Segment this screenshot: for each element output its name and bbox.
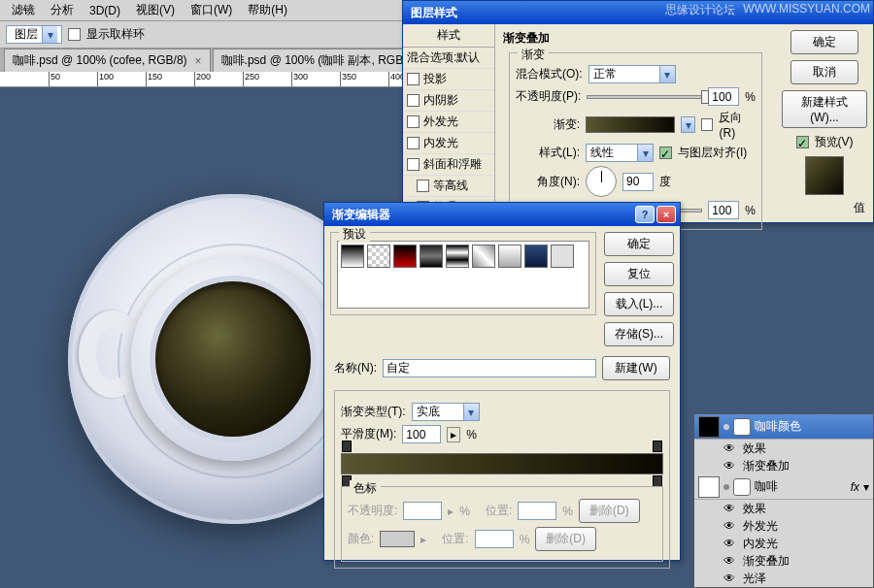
layer-target-select[interactable]: 图层 ▾ xyxy=(6,25,62,44)
layer-label: 咖啡颜色 xyxy=(755,418,801,435)
show-sample-checkbox[interactable] xyxy=(68,28,81,41)
presets-label: 预设 xyxy=(339,226,370,243)
layer-inner-glow[interactable]: 👁内发光 xyxy=(694,535,873,552)
layer-effects2[interactable]: 👁效果 xyxy=(694,500,873,517)
stepper-icon[interactable]: ▸ xyxy=(447,427,460,442)
menu-window[interactable]: 窗口(W) xyxy=(183,0,240,20)
menu-help[interactable]: 帮助(H) xyxy=(240,0,295,20)
color-swatch xyxy=(380,531,415,547)
layer-satin[interactable]: 👁光泽 xyxy=(694,570,873,587)
preset-swatch[interactable] xyxy=(498,245,521,268)
sidebar-inner-shadow[interactable]: 内阴影 xyxy=(403,90,494,112)
align-checkbox[interactable]: ✓ xyxy=(659,147,672,159)
preset-swatch[interactable] xyxy=(524,245,548,268)
mask-thumb xyxy=(733,418,751,436)
type-label: 渐变类型(T): xyxy=(341,404,406,420)
sidebar-inner-glow[interactable]: 内发光 xyxy=(403,133,494,154)
layer-grad-overlay[interactable]: 👁渐变叠加 xyxy=(694,457,873,474)
sidebar-drop-shadow[interactable]: 投影 xyxy=(403,69,494,90)
opacity-slider[interactable] xyxy=(587,95,702,99)
layer-thumb xyxy=(698,476,720,498)
link-icon xyxy=(723,424,729,430)
style-select[interactable]: 线性▾ xyxy=(586,144,654,162)
name-input[interactable] xyxy=(383,359,596,377)
preset-swatch[interactable] xyxy=(420,245,443,268)
type-select[interactable]: 实底▾ xyxy=(412,403,480,421)
scale-input[interactable] xyxy=(708,201,739,219)
close-icon[interactable]: × xyxy=(195,54,202,68)
layer-coffee-color[interactable]: 咖啡颜色 xyxy=(694,414,873,440)
close-button[interactable]: × xyxy=(656,206,676,223)
eye-icon[interactable]: 👁 xyxy=(723,572,737,585)
gradient-bar[interactable] xyxy=(341,453,663,474)
chevron-down-icon: ▾ xyxy=(659,66,675,82)
preset-swatch[interactable] xyxy=(393,245,417,268)
preset-swatch[interactable] xyxy=(446,245,469,268)
preview-swatch xyxy=(805,156,844,195)
reverse-checkbox[interactable] xyxy=(701,118,713,131)
preview-checkbox[interactable]: ✓ xyxy=(796,136,809,148)
eye-icon[interactable]: 👁 xyxy=(723,459,737,473)
artwork-cup xyxy=(131,257,335,461)
new-button[interactable]: 新建(W) xyxy=(602,356,670,380)
sidebar-outer-glow[interactable]: 外发光 xyxy=(403,112,494,133)
delete-button2: 删除(D) xyxy=(535,527,596,551)
load-button[interactable]: 载入(L)... xyxy=(604,292,674,316)
sidebar-blend-options[interactable]: 混合选项:默认 xyxy=(403,48,494,69)
sidebar-contour[interactable]: 等高线 xyxy=(403,176,494,197)
preset-swatch[interactable] xyxy=(472,245,495,268)
save-button[interactable]: 存储(S)... xyxy=(604,322,674,346)
opacity-label: 不透明度(P): xyxy=(516,88,581,105)
menu-view[interactable]: 视图(V) xyxy=(128,0,183,20)
group-label: 渐变 xyxy=(518,47,549,63)
opacity-input[interactable] xyxy=(708,87,739,106)
eye-icon[interactable]: 👁 xyxy=(723,441,737,455)
reset-button[interactable]: 复位 xyxy=(604,262,674,286)
layer-label: 咖啡 xyxy=(755,478,778,495)
ok-button[interactable]: 确定 xyxy=(604,232,674,256)
smooth-input[interactable] xyxy=(402,425,441,443)
gradient-editor-titlebar[interactable]: 渐变编辑器 ? × xyxy=(324,203,680,226)
help-button[interactable]: ? xyxy=(635,206,655,223)
gradient-dropdown[interactable]: ▾ xyxy=(681,116,695,133)
menu-analysis[interactable]: 分析 xyxy=(43,0,82,20)
fx-badge[interactable]: fx xyxy=(851,480,859,494)
chevron-down-icon[interactable]: ▾ xyxy=(863,480,869,494)
stop-color-label: 颜色: xyxy=(348,531,374,547)
gradient-swatch[interactable] xyxy=(586,116,675,133)
delete-button: 删除(D) xyxy=(579,499,640,523)
chevron-down-icon: ▾ xyxy=(463,404,479,420)
cancel-button[interactable]: 取消 xyxy=(790,60,858,84)
layer-outer-glow[interactable]: 👁外发光 xyxy=(694,517,873,535)
opacity-stop[interactable] xyxy=(653,441,662,452)
watermark: 思缘设计论坛 WWW.MISSYUAN.COM xyxy=(665,2,870,18)
preset-swatch[interactable] xyxy=(367,245,390,268)
tab-doc-1[interactable]: 咖啡.psd @ 100% (cofee, RGB/8)× xyxy=(4,49,211,72)
eye-icon[interactable]: 👁 xyxy=(723,502,737,515)
artwork-coffee xyxy=(155,281,311,437)
eye-icon[interactable]: 👁 xyxy=(723,554,737,568)
menu-3d[interactable]: 3D(D) xyxy=(82,2,128,19)
angle-dial[interactable] xyxy=(586,166,617,197)
opacity-stop[interactable] xyxy=(342,441,352,452)
new-style-button[interactable]: 新建样式(W)... xyxy=(782,90,867,128)
eye-icon[interactable]: 👁 xyxy=(723,537,737,550)
menu-filter[interactable]: 滤镜 xyxy=(4,0,43,20)
preset-grid[interactable] xyxy=(337,241,589,309)
eye-icon[interactable]: 👁 xyxy=(723,519,737,533)
angle-label: 角度(N): xyxy=(516,174,580,190)
blend-mode-select[interactable]: 正常▾ xyxy=(588,65,676,83)
layer-thumb xyxy=(698,416,720,438)
sidebar-bevel[interactable]: 斜面和浮雕 xyxy=(403,154,494,176)
show-sample-label: 显示取样环 xyxy=(86,26,145,43)
layer-style-dialog: 图层样式 样式 混合选项:默认 投影 内阴影 外发光 内发光 斜面和浮雕 等高线… xyxy=(402,0,874,223)
layer-effects[interactable]: 👁效果 xyxy=(694,440,873,457)
preset-swatch[interactable] xyxy=(551,245,574,268)
ok-button[interactable]: 确定 xyxy=(790,30,858,54)
layer-grad-overlay2[interactable]: 👁渐变叠加 xyxy=(694,552,873,570)
layer-coffee[interactable]: 咖啡 fx▾ xyxy=(694,474,873,500)
preset-swatch[interactable] xyxy=(341,245,364,268)
style-button-column: 确定 取消 新建样式(W)... ✓预览(V) xyxy=(776,24,873,224)
angle-input[interactable] xyxy=(622,173,654,191)
name-label: 名称(N): xyxy=(334,360,377,376)
